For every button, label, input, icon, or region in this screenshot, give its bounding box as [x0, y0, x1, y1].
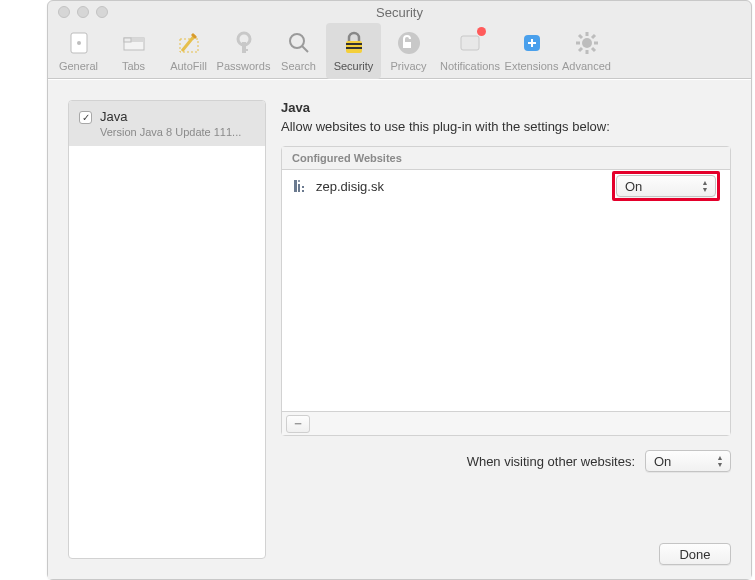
general-icon [63, 27, 95, 59]
svg-line-10 [302, 46, 308, 52]
sidebar-item-java[interactable]: ✓ Java Version Java 8 Update 111... [69, 101, 265, 146]
preferences-window: Security General Tabs AutoFill Passwor [47, 0, 752, 580]
passwords-icon [228, 27, 260, 59]
content-area: ✓ Java Version Java 8 Update 111... Java… [48, 79, 751, 579]
svg-rect-7 [242, 42, 246, 53]
tab-notifications[interactable]: Notifications [436, 23, 504, 79]
site-permission-value: On [625, 179, 642, 194]
plugin-detail-panel: Java Allow websites to use this plug-in … [281, 100, 731, 559]
plugins-sidebar: ✓ Java Version Java 8 Update 111... [68, 100, 266, 559]
chevron-up-down-icon: ▲▼ [713, 452, 727, 470]
tab-advanced[interactable]: Advanced [559, 23, 614, 79]
plugin-name: Java [100, 109, 241, 124]
tab-extensions-label: Extensions [505, 60, 559, 72]
tab-passwords[interactable]: Passwords [216, 23, 271, 79]
highlight-box: On ▲▼ [612, 171, 720, 201]
plugin-enable-checkbox[interactable]: ✓ [79, 111, 92, 124]
tab-notifications-label: Notifications [440, 60, 500, 72]
other-websites-label: When visiting other websites: [467, 454, 635, 469]
table-row[interactable]: zep.disig.sk On ▲▼ [282, 170, 730, 202]
tab-tabs[interactable]: Tabs [106, 23, 161, 79]
svg-rect-30 [302, 186, 304, 188]
dialog-buttons: Done [659, 543, 731, 565]
table-header: Configured Websites [282, 147, 730, 170]
tab-privacy-label: Privacy [390, 60, 426, 72]
svg-line-26 [592, 35, 595, 38]
svg-rect-4 [124, 38, 131, 42]
other-websites-dropdown[interactable]: On ▲▼ [645, 450, 731, 472]
tab-security[interactable]: Security [326, 23, 381, 79]
svg-line-23 [579, 35, 582, 38]
extensions-icon [516, 27, 548, 59]
titlebar: Security [48, 1, 751, 23]
tab-advanced-label: Advanced [562, 60, 611, 72]
autofill-icon [173, 27, 205, 59]
tab-extensions[interactable]: Extensions [504, 23, 559, 79]
tab-autofill[interactable]: AutoFill [161, 23, 216, 79]
other-websites-row: When visiting other websites: On ▲▼ [281, 450, 731, 472]
svg-rect-8 [242, 49, 248, 51]
site-name: zep.disig.sk [316, 179, 604, 194]
svg-point-18 [582, 38, 592, 48]
svg-rect-28 [298, 184, 300, 192]
site-favicon [292, 178, 308, 194]
window-title: Security [48, 5, 751, 20]
tab-passwords-label: Passwords [217, 60, 271, 72]
advanced-icon [571, 27, 603, 59]
svg-rect-16 [461, 36, 479, 50]
tab-general-label: General [59, 60, 98, 72]
tab-general[interactable]: General [51, 23, 106, 79]
svg-point-29 [298, 180, 300, 182]
site-permission-dropdown[interactable]: On ▲▼ [616, 175, 716, 197]
done-button-label: Done [679, 547, 710, 562]
tab-security-label: Security [334, 60, 374, 72]
svg-rect-31 [302, 190, 304, 192]
configured-websites-table: Configured Websites zep.disig.sk On ▲▼ [281, 146, 731, 436]
svg-line-24 [592, 48, 595, 51]
svg-point-9 [290, 34, 304, 48]
svg-rect-27 [294, 180, 297, 192]
chevron-up-down-icon: ▲▼ [698, 177, 712, 195]
tab-tabs-label: Tabs [122, 60, 145, 72]
svg-rect-15 [403, 42, 411, 48]
tabs-icon [118, 27, 150, 59]
detail-description: Allow websites to use this plug-in with … [281, 119, 731, 134]
notifications-icon [454, 27, 486, 59]
tab-privacy[interactable]: Privacy [381, 23, 436, 79]
other-websites-value: On [654, 454, 671, 469]
done-button[interactable]: Done [659, 543, 731, 565]
plugin-version: Version Java 8 Update 111... [100, 126, 241, 138]
detail-heading: Java [281, 100, 731, 115]
svg-point-1 [77, 41, 81, 45]
tab-search-label: Search [281, 60, 316, 72]
remove-site-button[interactable]: − [286, 415, 310, 433]
tab-search[interactable]: Search [271, 23, 326, 79]
table-footer: − [282, 411, 730, 435]
preferences-toolbar: General Tabs AutoFill Passwords Search [48, 23, 751, 79]
tab-autofill-label: AutoFill [170, 60, 207, 72]
search-icon [283, 27, 315, 59]
table-body: zep.disig.sk On ▲▼ [282, 170, 730, 411]
svg-line-25 [579, 48, 582, 51]
security-icon [338, 27, 370, 59]
privacy-icon [393, 27, 425, 59]
